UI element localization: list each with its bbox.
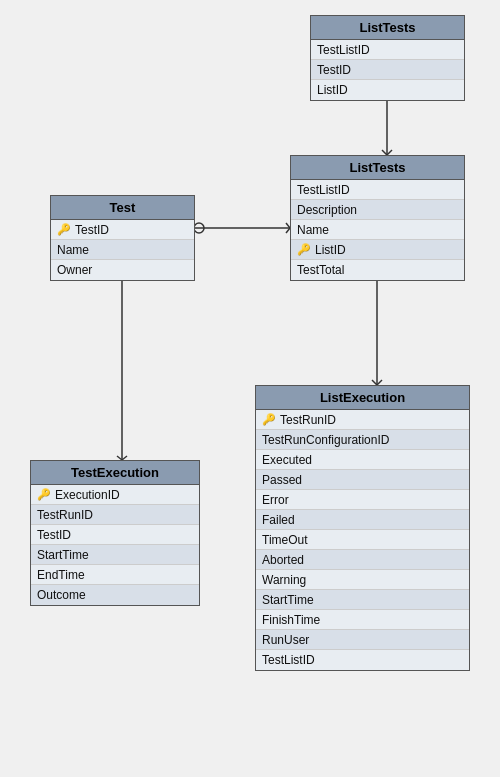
listexecution-table: ListExecution 🔑 TestRunID TestRunConfigu…	[255, 385, 470, 671]
row-label: ExecutionID	[55, 488, 120, 502]
row-label: StartTime	[37, 548, 89, 562]
listtests1-table: ListTests TestListID TestID ListID	[310, 15, 465, 101]
row-label: Name	[297, 223, 329, 237]
key-icon: 🔑	[57, 223, 71, 236]
key-icon: 🔑	[262, 413, 276, 426]
testexecution-header: TestExecution	[31, 461, 199, 485]
table-row: TestListID	[256, 650, 469, 670]
row-label: Error	[262, 493, 289, 507]
table-row: Outcome	[31, 585, 199, 605]
row-label: TestListID	[297, 183, 350, 197]
row-label: Name	[57, 243, 89, 257]
row-label: Aborted	[262, 553, 304, 567]
listtests1-header: ListTests	[311, 16, 464, 40]
row-label: TestID	[75, 223, 109, 237]
test-header: Test	[51, 196, 194, 220]
row-label: Executed	[262, 453, 312, 467]
listtests2-header: ListTests	[291, 156, 464, 180]
table-row: TestRunConfigurationID	[256, 430, 469, 450]
test-table: Test 🔑 TestID Name Owner	[50, 195, 195, 281]
row-label: TestTotal	[297, 263, 344, 277]
table-row: ListID	[311, 80, 464, 100]
row-label: FinishTime	[262, 613, 320, 627]
table-row: TestID	[31, 525, 199, 545]
listexecution-header: ListExecution	[256, 386, 469, 410]
row-label: TimeOut	[262, 533, 308, 547]
table-row: Warning	[256, 570, 469, 590]
row-label: Failed	[262, 513, 295, 527]
row-label: TestRunID	[280, 413, 336, 427]
row-label: TestListID	[262, 653, 315, 667]
table-row: TestListID	[311, 40, 464, 60]
row-label: TestRunID	[37, 508, 93, 522]
row-label: Warning	[262, 573, 306, 587]
row-label: ListID	[315, 243, 346, 257]
key-icon: 🔑	[297, 243, 311, 256]
table-row: RunUser	[256, 630, 469, 650]
table-row: Executed	[256, 450, 469, 470]
row-label: EndTime	[37, 568, 85, 582]
table-row: TestTotal	[291, 260, 464, 280]
row-label: Description	[297, 203, 357, 217]
table-row: TestListID	[291, 180, 464, 200]
table-row: FinishTime	[256, 610, 469, 630]
table-row: StartTime	[31, 545, 199, 565]
table-row: TimeOut	[256, 530, 469, 550]
listtests2-table: ListTests TestListID Description Name 🔑 …	[290, 155, 465, 281]
table-row: Owner	[51, 260, 194, 280]
table-row: 🔑 TestRunID	[256, 410, 469, 430]
row-label: TestRunConfigurationID	[262, 433, 389, 447]
table-row: EndTime	[31, 565, 199, 585]
table-row: Error	[256, 490, 469, 510]
row-label: StartTime	[262, 593, 314, 607]
diagram-container: ListTests TestListID TestID ListID ListT…	[0, 0, 500, 777]
key-icon: 🔑	[37, 488, 51, 501]
table-row: Name	[51, 240, 194, 260]
table-row: 🔑 ListID	[291, 240, 464, 260]
svg-point-11	[194, 223, 204, 233]
row-label: TestID	[37, 528, 71, 542]
row-label: TestID	[317, 63, 351, 77]
table-row: 🔑 ExecutionID	[31, 485, 199, 505]
testexecution-table: TestExecution 🔑 ExecutionID TestRunID Te…	[30, 460, 200, 606]
table-row: Description	[291, 200, 464, 220]
table-row: Failed	[256, 510, 469, 530]
row-label: Owner	[57, 263, 92, 277]
table-row: StartTime	[256, 590, 469, 610]
table-row: 🔑 TestID	[51, 220, 194, 240]
table-row: Name	[291, 220, 464, 240]
row-label: ListID	[317, 83, 348, 97]
row-label: TestListID	[317, 43, 370, 57]
table-row: Aborted	[256, 550, 469, 570]
table-row: TestRunID	[31, 505, 199, 525]
row-label: Outcome	[37, 588, 86, 602]
table-row: TestID	[311, 60, 464, 80]
row-label: RunUser	[262, 633, 309, 647]
row-label: Passed	[262, 473, 302, 487]
table-row: Passed	[256, 470, 469, 490]
